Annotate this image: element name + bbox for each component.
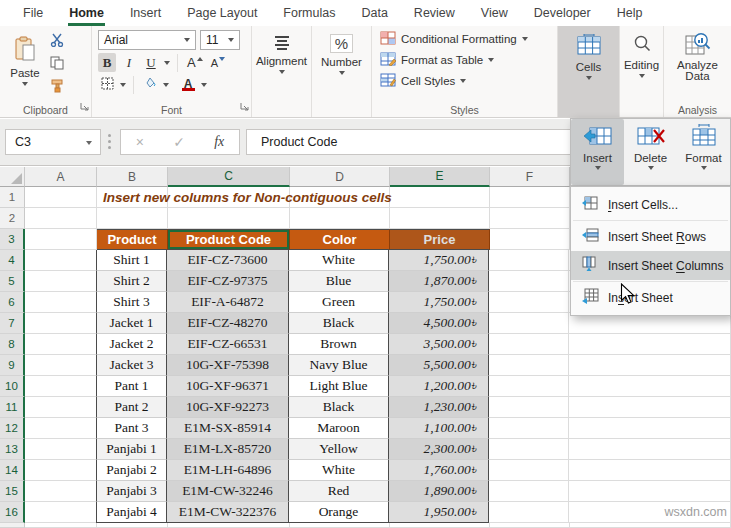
header-cell-color[interactable]: Color (290, 229, 390, 250)
cell-color[interactable]: White (289, 250, 389, 271)
cell-color[interactable]: Brown (289, 334, 389, 355)
format-as-table-button[interactable]: Format as Table (380, 52, 551, 68)
row-header[interactable]: 9 (0, 355, 25, 376)
cell[interactable] (489, 292, 569, 313)
cell-product-code[interactable]: EIF-CZ-48270 (167, 313, 289, 334)
cell[interactable] (489, 250, 569, 271)
enter-icon[interactable]: ✓ (173, 134, 185, 150)
name-box[interactable]: C3 (5, 129, 101, 155)
number-button[interactable]: % Number (312, 26, 371, 117)
delete-dropdown-button[interactable]: Delete (624, 119, 677, 185)
cell-price[interactable]: 1,750.00৳ (389, 292, 489, 313)
font-color-chevron-icon[interactable] (201, 83, 207, 87)
tab-file[interactable]: File (10, 0, 56, 26)
cell[interactable] (25, 250, 97, 271)
cell[interactable] (489, 502, 569, 523)
cell[interactable] (390, 187, 490, 208)
cell[interactable] (489, 313, 569, 334)
cell[interactable] (489, 376, 569, 397)
cell[interactable] (25, 229, 97, 250)
menu-item-insert-sheet-columns[interactable]: Insert Sheet Columns (571, 251, 730, 280)
cell-product-code[interactable]: 10G-XF-96371 (167, 376, 289, 397)
row-header[interactable]: 13 (0, 439, 25, 460)
cell-color[interactable]: Black (289, 313, 389, 334)
conditional-formatting-button[interactable]: Conditional Formatting (380, 31, 551, 47)
cell-product[interactable]: Shirt 3 (96, 292, 167, 313)
row-header[interactable]: 12 (0, 418, 25, 439)
cell-price[interactable]: 1,230.00৳ (389, 397, 489, 418)
row-header[interactable]: 7 (0, 313, 25, 334)
cell[interactable] (25, 418, 97, 439)
cell-price[interactable]: 1,760.00৳ (389, 460, 489, 481)
menu-item-insert-sheet-rows[interactable]: Insert Sheet Rows (571, 222, 730, 251)
cell-product[interactable]: Panjabi 2 (96, 460, 167, 481)
active-cell-product-code[interactable]: Product Code (168, 229, 290, 250)
cell-price[interactable]: 2,300.00৳ (389, 439, 489, 460)
cell[interactable] (25, 460, 97, 481)
column-header-e[interactable]: E (390, 167, 490, 187)
cell[interactable] (25, 208, 97, 229)
cell-product[interactable]: Shirt 2 (96, 271, 167, 292)
row-header[interactable]: 8 (0, 334, 25, 355)
row-header[interactable]: 4 (0, 250, 25, 271)
cell-color[interactable]: Navy Blue (289, 355, 389, 376)
column-header-d[interactable]: D (290, 167, 390, 187)
underline-button[interactable]: U (142, 53, 160, 72)
cell-product-code[interactable]: EIF-CZ-97375 (167, 271, 289, 292)
cell-price[interactable]: 1,200.00৳ (389, 376, 489, 397)
cell-styles-button[interactable]: Cell Styles (380, 73, 551, 89)
alignment-button[interactable]: Alignment (252, 26, 311, 117)
cell[interactable] (489, 418, 569, 439)
cell-product-code[interactable]: E1M-LH-64896 (167, 460, 289, 481)
cell-color[interactable]: Green (289, 292, 389, 313)
cell[interactable] (25, 376, 97, 397)
cell-price[interactable]: 4,500.00৳ (389, 313, 489, 334)
cell-price[interactable]: 3,500.00৳ (389, 334, 489, 355)
cell-product[interactable]: Jacket 2 (96, 334, 167, 355)
shrink-font-button[interactable]: A (209, 53, 227, 72)
bold-button[interactable]: B (98, 53, 116, 72)
cell[interactable] (490, 208, 570, 229)
cell-price[interactable]: 1,870.00৳ (389, 271, 489, 292)
cell[interactable] (25, 397, 97, 418)
font-size-select[interactable]: 11 (200, 30, 240, 50)
cell-color[interactable]: Maroon (289, 418, 389, 439)
cell[interactable] (489, 481, 569, 502)
cell[interactable] (489, 460, 569, 481)
cell[interactable] (490, 229, 570, 250)
cell[interactable] (25, 502, 97, 523)
row-header[interactable]: 2 (0, 208, 25, 229)
cell-price[interactable]: 1,100.00৳ (389, 418, 489, 439)
cell[interactable] (25, 292, 97, 313)
fill-color-button[interactable] (141, 75, 159, 94)
cell-product[interactable]: Panjabi 3 (96, 481, 167, 502)
cell[interactable] (489, 334, 569, 355)
cell[interactable] (290, 208, 390, 229)
insert-function-button[interactable]: fx (214, 134, 224, 150)
format-dropdown-button[interactable]: Format (677, 119, 730, 185)
row-header[interactable]: 15 (0, 481, 25, 502)
tab-view[interactable]: View (468, 0, 521, 26)
header-cell-price[interactable]: Price (390, 229, 490, 250)
row-header[interactable]: 1 (0, 187, 25, 208)
cell-product-code[interactable]: EIF-CZ-66531 (167, 334, 289, 355)
cell-product-code[interactable]: EIF-A-64872 (167, 292, 289, 313)
cell-product-code[interactable]: 10G-XF-92273 (167, 397, 289, 418)
row-header[interactable]: 5 (0, 271, 25, 292)
cell[interactable] (97, 208, 168, 229)
column-header-a[interactable]: A (25, 167, 97, 187)
row-header[interactable]: 10 (0, 376, 25, 397)
row-header[interactable]: 6 (0, 292, 25, 313)
cell-product[interactable]: Pant 2 (96, 397, 167, 418)
row-header[interactable]: 3 (0, 229, 25, 250)
tab-formulas[interactable]: Formulas (270, 0, 348, 26)
menu-item-insert-cells[interactable]: Insert Cells... (571, 190, 730, 219)
column-header-c[interactable]: C (168, 167, 290, 187)
cell-product[interactable]: Jacket 1 (96, 313, 167, 334)
cell-color[interactable]: Blue (289, 271, 389, 292)
font-color-button[interactable]: A (179, 75, 197, 94)
cells-button[interactable]: Cells (558, 26, 619, 117)
cell-price[interactable]: 1,950.00৳ (389, 502, 489, 523)
cell-product[interactable]: Shirt 1 (96, 250, 167, 271)
select-all-corner[interactable] (0, 167, 25, 187)
